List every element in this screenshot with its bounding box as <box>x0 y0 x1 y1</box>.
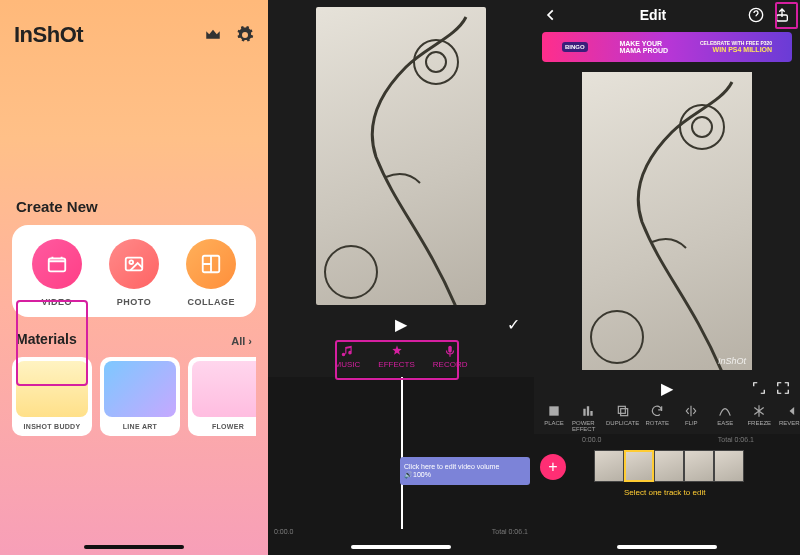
home-indicator <box>84 545 184 549</box>
tool-power[interactable]: POWER EFFECT <box>572 404 604 432</box>
preview-area <box>268 0 534 310</box>
confirm-icon[interactable]: ✓ <box>507 315 520 334</box>
tool-label: FLIP <box>685 420 698 426</box>
highlight-music-tabs <box>335 340 459 380</box>
timeline-labels: 0:00.0 Total 0:06.1 <box>268 528 534 535</box>
material-card[interactable]: LINE ART <box>100 357 180 436</box>
tool-label: POWER EFFECT <box>572 420 604 432</box>
create-collage-label: COLLAGE <box>188 297 236 307</box>
tool-label: DUPLICATE <box>606 420 639 426</box>
time-start: 0:00.0 <box>582 436 601 443</box>
edit-time-labels: 0:00.0 Total 0:06.1 <box>534 436 800 443</box>
video-preview[interactable] <box>316 7 486 305</box>
tool-label: EASE <box>717 420 733 426</box>
material-thumb <box>192 361 256 417</box>
play-icon[interactable]: ▶ <box>395 315 407 334</box>
home-header: InShOt <box>12 12 256 48</box>
preview-art <box>316 7 486 305</box>
video-icon <box>32 239 82 289</box>
edit-timeline[interactable]: 0:00.0 Total 0:06.1 + Select one track t… <box>534 434 800 555</box>
tool-row: PLACE POWER EFFECT DUPLICATE ROTATE FLIP… <box>534 400 800 434</box>
tool-label: REVERSE <box>779 420 800 426</box>
time-start: 0:00.0 <box>274 528 293 535</box>
tool-freeze[interactable]: FREEZE <box>743 404 775 432</box>
ad-r2: WIN PS4 MILLION <box>700 46 772 53</box>
tool-rotate[interactable]: ROTATE <box>641 404 673 432</box>
back-icon[interactable] <box>544 8 558 22</box>
highlight-share <box>775 2 798 29</box>
create-section-label: Create New <box>12 198 256 215</box>
tool-label: PLACE <box>544 420 564 426</box>
material-card[interactable]: FLOWER <box>188 357 256 436</box>
edit-preview-area: InShOt <box>534 66 800 376</box>
ad-line2: MAMA PROUD <box>619 47 668 54</box>
svg-point-10 <box>680 105 724 149</box>
tool-label: ROTATE <box>646 420 669 426</box>
edit-screen: Edit BINGO MAKE YOUR MAMA PROUD CELEBRAT… <box>534 0 800 555</box>
home-screen: InShOt Create New VIDEO PHOTO <box>0 0 268 555</box>
materials-all-link[interactable]: All › <box>231 335 252 347</box>
home-indicator <box>617 545 717 549</box>
svg-point-5 <box>426 52 446 72</box>
clip-thumb[interactable] <box>594 450 624 482</box>
svg-point-4 <box>414 40 458 84</box>
create-collage[interactable]: COLLAGE <box>177 239 245 307</box>
create-video[interactable]: VIDEO <box>23 239 91 307</box>
create-photo[interactable]: PHOTO <box>100 239 168 307</box>
home-indicator <box>351 545 451 549</box>
svg-point-6 <box>325 246 377 298</box>
fullscreen-icon[interactable] <box>776 381 790 395</box>
collage-icon <box>186 239 236 289</box>
svg-point-11 <box>692 117 712 137</box>
gear-icon[interactable] <box>236 26 254 44</box>
crown-icon[interactable] <box>204 26 222 44</box>
create-photo-label: PHOTO <box>117 297 151 307</box>
tool-duplicate[interactable]: DUPLICATE <box>606 404 639 432</box>
clip-thumb[interactable] <box>684 450 714 482</box>
playhead[interactable] <box>401 377 403 529</box>
play-icon[interactable]: ▶ <box>661 379 673 398</box>
add-button[interactable]: + <box>540 454 566 480</box>
time-total: Total 0:06.1 <box>492 528 528 535</box>
track-clips[interactable] <box>594 450 744 482</box>
watermark[interactable]: InShOt <box>718 356 746 366</box>
photo-icon <box>109 239 159 289</box>
music-editor-screen: ▶ ✓ MUSIC EFFECTS RECORD Click here to e… <box>268 0 534 555</box>
highlight-video <box>16 300 88 386</box>
ad-logo: BINGO <box>562 42 588 52</box>
tool-ease[interactable]: EASE <box>709 404 741 432</box>
tool-reverse[interactable]: REVERSE <box>777 404 800 432</box>
app-logo: InShOt <box>14 22 83 48</box>
clip-thumb-selected[interactable] <box>624 450 654 482</box>
volume-clip-hint: Click here to edit video volume <box>404 463 526 470</box>
play-controls: ▶ ✓ <box>268 310 534 338</box>
edit-header: Edit <box>534 0 800 30</box>
ad-banner[interactable]: BINGO MAKE YOUR MAMA PROUD CELEBRATE WIT… <box>542 32 792 62</box>
clip-thumb[interactable] <box>714 450 744 482</box>
material-thumb <box>104 361 176 417</box>
svg-rect-14 <box>620 409 627 416</box>
select-track-hint: Select one track to edit <box>624 488 705 497</box>
material-name: FLOWER <box>212 423 244 430</box>
svg-rect-15 <box>618 406 625 413</box>
help-icon[interactable] <box>748 7 764 23</box>
header-icons <box>204 26 254 44</box>
timeline[interactable]: Click here to edit video volume 🔊100% 0:… <box>268 377 534 555</box>
ad-line1: MAKE YOUR <box>619 40 668 47</box>
tool-place[interactable]: PLACE <box>538 404 570 432</box>
zoom-out-icon[interactable] <box>752 381 766 395</box>
svg-point-2 <box>129 260 133 264</box>
tool-flip[interactable]: FLIP <box>675 404 707 432</box>
material-name: LINE ART <box>123 423 157 430</box>
svg-rect-13 <box>549 406 558 415</box>
volume-clip[interactable]: Click here to edit video volume 🔊100% <box>400 457 530 485</box>
edit-title: Edit <box>640 7 666 23</box>
time-total: Total 0:06.1 <box>718 436 754 443</box>
preview-art <box>582 72 752 370</box>
material-name: INSHOT BUDDY <box>24 423 81 430</box>
svg-point-12 <box>591 311 643 363</box>
clip-thumb[interactable] <box>654 450 684 482</box>
edit-play-controls: ▶ <box>534 376 800 400</box>
volume-clip-value: 🔊100% <box>404 471 526 479</box>
video-preview[interactable]: InShOt <box>582 72 752 370</box>
